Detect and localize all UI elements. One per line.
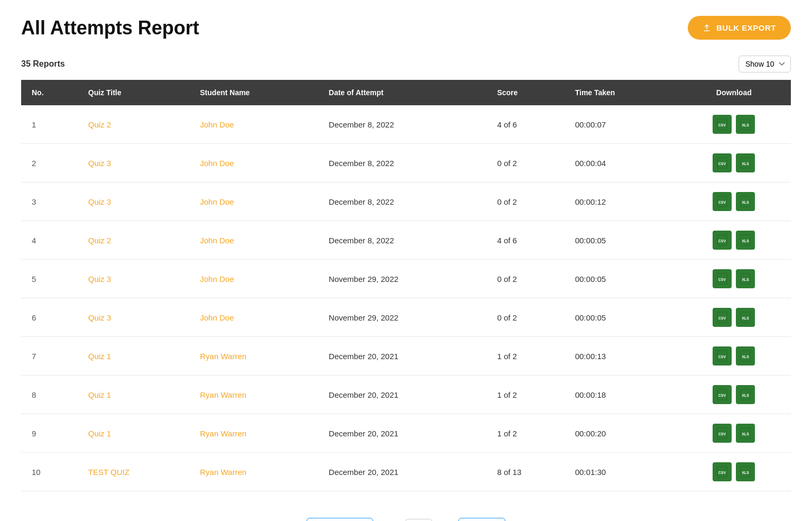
xls-file-icon: XLS [740,273,751,285]
csv-file-icon: CSV [717,118,727,130]
xls-file-icon: XLS [740,157,751,169]
cell-download: CSV XLS [677,298,791,337]
cell-quiz-title: Quiz 2 [81,221,193,260]
csv-download-button[interactable]: CSV [713,424,732,443]
xls-download-button[interactable]: XLS [736,153,755,172]
quiz-title-link[interactable]: Quiz 1 [88,352,111,361]
csv-file-icon: CSV [717,389,727,400]
table-row: 6 Quiz 3 John Doe November 29, 2022 0 of… [21,298,791,337]
quiz-title-link[interactable]: TEST QUIZ [88,468,130,477]
csv-file-icon: CSV [717,466,727,478]
svg-text:XLS: XLS [742,471,749,474]
csv-download-button[interactable]: CSV [713,385,732,404]
xls-file-icon: XLS [740,466,751,478]
cell-score: 4 of 6 [490,221,567,260]
quiz-title-link[interactable]: Quiz 3 [88,197,111,206]
quiz-title-link[interactable]: Quiz 1 [88,390,111,399]
student-name-link[interactable]: Ryan Warren [200,468,246,477]
student-name-link[interactable]: John Doe [200,159,234,168]
student-name-link[interactable]: John Doe [200,275,234,284]
table-row: 4 Quiz 2 John Doe December 8, 2022 4 of … [21,221,791,260]
student-name-link[interactable]: John Doe [200,236,234,245]
xls-download-button[interactable]: XLS [736,231,755,250]
quiz-title-link[interactable]: Quiz 1 [88,429,111,438]
svg-text:XLS: XLS [742,394,749,397]
cell-no: 8 [21,376,81,414]
previous-button[interactable]: PREVIOUS [307,518,373,521]
csv-download-button[interactable]: CSV [713,346,732,365]
show-per-page-select[interactable]: Show 10 Show 25 Show 50 [739,56,791,72]
csv-download-button[interactable]: CSV [713,192,732,211]
svg-text:CSV: CSV [718,123,726,127]
svg-text:XLS: XLS [742,355,749,359]
quiz-title-link[interactable]: Quiz 3 [88,159,111,168]
xls-download-button[interactable]: XLS [736,424,755,443]
svg-text:CSV: CSV [718,316,726,320]
csv-download-button[interactable]: CSV [713,153,732,172]
page-number-input[interactable] [405,519,432,522]
cell-date: December 8, 2022 [321,221,490,260]
svg-text:CSV: CSV [718,355,726,359]
student-name-link[interactable]: Ryan Warren [200,390,246,399]
csv-download-button[interactable]: CSV [713,462,732,481]
student-name-link[interactable]: John Doe [200,197,234,206]
table-row: 7 Quiz 1 Ryan Warren December 20, 2021 1… [21,337,791,376]
cell-student-name: Ryan Warren [192,414,321,453]
bulk-export-button[interactable]: BULK EXPORT [688,16,791,40]
xls-download-button[interactable]: XLS [736,462,755,481]
next-button[interactable]: NEXT [458,518,505,521]
cell-quiz-title: Quiz 2 [81,105,193,144]
cell-no: 4 [21,221,81,260]
cell-download: CSV XLS [677,376,791,414]
quiz-title-link[interactable]: Quiz 3 [88,275,111,284]
cell-no: 3 [21,182,81,221]
csv-download-button[interactable]: CSV [713,308,732,327]
cell-student-name: John Doe [192,221,321,260]
table-row: 1 Quiz 2 John Doe December 8, 2022 4 of … [21,105,791,144]
cell-download: CSV XLS [677,182,791,221]
cell-time: 00:00:05 [568,298,677,337]
cell-score: 8 of 13 [490,453,567,491]
cell-score: 4 of 6 [490,105,567,144]
cell-quiz-title: Quiz 3 [81,298,193,337]
cell-date: December 20, 2021 [321,337,490,376]
cell-date: December 20, 2021 [321,414,490,453]
col-date-of-attempt: Date of Attempt [321,80,490,105]
cell-quiz-title: Quiz 1 [81,337,193,376]
xls-download-button[interactable]: XLS [736,192,755,211]
col-time-taken: Time Taken [568,80,677,105]
cell-download: CSV XLS [677,453,791,491]
cell-score: 0 of 2 [490,260,567,298]
cell-score: 0 of 2 [490,298,567,337]
xls-download-button[interactable]: XLS [736,308,755,327]
csv-file-icon: CSV [717,234,727,246]
student-name-link[interactable]: John Doe [200,313,234,322]
svg-text:CSV: CSV [718,471,726,474]
cell-date: December 8, 2022 [321,144,490,182]
table-row: 3 Quiz 3 John Doe December 8, 2022 0 of … [21,182,791,221]
cell-no: 6 [21,298,81,337]
csv-file-icon: CSV [717,350,727,362]
csv-file-icon: CSV [717,273,727,285]
xls-download-button[interactable]: XLS [736,385,755,404]
cell-student-name: John Doe [192,105,321,144]
xls-download-button[interactable]: XLS [736,115,755,134]
table-row: 10 TEST QUIZ Ryan Warren December 20, 20… [21,453,791,491]
student-name-link[interactable]: Ryan Warren [200,352,246,361]
quiz-title-link[interactable]: Quiz 3 [88,313,111,322]
student-name-link[interactable]: Ryan Warren [200,429,246,438]
csv-download-button[interactable]: CSV [713,115,732,134]
quiz-title-link[interactable]: Quiz 2 [88,120,111,129]
cell-time: 00:00:05 [568,221,677,260]
bulk-export-icon [703,24,711,32]
xls-download-button[interactable]: XLS [736,346,755,365]
student-name-link[interactable]: John Doe [200,120,234,129]
cell-date: December 20, 2021 [321,453,490,491]
csv-download-button[interactable]: CSV [713,231,732,250]
quiz-title-link[interactable]: Quiz 2 [88,236,111,245]
cell-student-name: John Doe [192,260,321,298]
xls-download-button[interactable]: XLS [736,269,755,288]
cell-quiz-title: Quiz 3 [81,182,193,221]
cell-download: CSV XLS [677,414,791,453]
csv-download-button[interactable]: CSV [713,269,732,288]
